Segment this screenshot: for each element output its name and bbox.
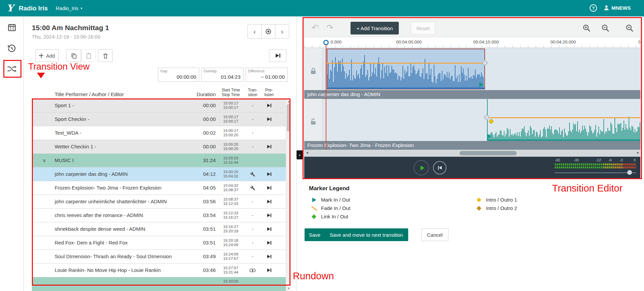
prelisten-icon[interactable] [266, 144, 272, 149]
prelisten-icon[interactable] [266, 226, 272, 232]
project-selector[interactable]: Radio_Iris ▾ [56, 5, 83, 11]
crossfade-rings-icon[interactable] [249, 268, 256, 273]
sidebar-item-calendar[interactable] [7, 22, 17, 32]
table-row[interactable]: chris reeves after the romance - ADMIN 0… [32, 209, 286, 222]
table-row[interactable]: john carpenter das ding - ADMIN 04:12 15… [32, 167, 286, 181]
add-button[interactable]: Add [35, 49, 59, 62]
row-prelisten[interactable] [260, 99, 278, 112]
table-row[interactable]: Red Fox- Dem a Fight - Red Fox 03:51 15:… [32, 236, 286, 250]
lock-open-icon[interactable] [309, 118, 317, 126]
prev-hour-button[interactable]: ‹ [248, 24, 262, 39]
group-chevron-icon[interactable]: ∨ [43, 158, 46, 163]
row-transition[interactable]: - [245, 236, 260, 249]
row-transition[interactable]: - [245, 126, 260, 140]
timeline-ruler[interactable]: 0.00000:04:00.00000:04:10.00000:04:20.00… [304, 37, 641, 48]
table-row[interactable]: Soul DImension- Thrash an Ready - Soul D… [32, 250, 286, 264]
row-prelisten[interactable] [260, 113, 278, 126]
goto-current-button[interactable] [261, 24, 275, 39]
table-row[interactable]: Frozen Explosion- Two JIma - Frozen Expl… [32, 181, 286, 195]
next-hour-button[interactable]: › [275, 24, 289, 39]
prelisten-icon[interactable] [266, 213, 272, 218]
scroll-right-icon[interactable]: ▸ [637, 150, 639, 155]
zoom-selection-icon[interactable] [625, 24, 634, 32]
row-transition[interactable]: - [245, 99, 260, 112]
row-prelisten[interactable] [260, 209, 278, 222]
volume-slider-thumb[interactable] [627, 170, 632, 175]
row-prelisten[interactable] [260, 236, 278, 249]
sidebar-item-transition-view[interactable] [7, 64, 17, 74]
save-next-transition-button[interactable]: Save and move to next transition [324, 228, 408, 241]
row-transition[interactable]: - [245, 222, 260, 236]
scroll-down-icon[interactable]: ▼ [286, 287, 291, 290]
user-menu[interactable]: MNEWS [603, 4, 631, 11]
scrollbar-thumb[interactable] [287, 104, 290, 132]
row-prelisten[interactable] [260, 181, 278, 195]
row-transition[interactable]: - [245, 250, 260, 263]
table-row[interactable]: john carpenter unheimliche shattenlichte… [32, 195, 286, 209]
reset-button[interactable]: Reset [411, 22, 435, 34]
panel-expander[interactable]: › [297, 150, 303, 159]
volume-slider[interactable] [555, 172, 636, 173]
delete-button[interactable] [98, 49, 113, 62]
table-row[interactable]: ∨ MUSIC I 31:24 15:00:20 15:31:44 [32, 154, 286, 167]
table-row[interactable]: Wetter Checkin 1 - 00:00 15:00:20 15:00:… [32, 140, 286, 154]
prelisten-icon[interactable] [266, 117, 272, 122]
lock-icon[interactable] [309, 67, 317, 75]
copy-button[interactable] [66, 49, 81, 62]
scroll-left-icon[interactable]: ◂ [306, 150, 308, 155]
row-prelisten[interactable] [260, 140, 278, 153]
row-transition[interactable] [245, 181, 260, 195]
row-prelisten[interactable] [260, 195, 278, 208]
row-transition[interactable]: - [245, 140, 260, 153]
prelisten-icon[interactable] [266, 268, 272, 273]
row-prelisten[interactable] [260, 250, 278, 263]
help-button[interactable]: ? [590, 4, 597, 12]
playhead-handle[interactable] [323, 40, 329, 45]
table-row[interactable]: Text_WDA - 00:02 15:00:17 15:00:20 - [32, 126, 286, 140]
play-button[interactable] [414, 160, 429, 175]
row-prelisten[interactable] [260, 264, 278, 277]
row-transition[interactable]: - [245, 209, 260, 222]
envelope-line-2[interactable] [487, 117, 641, 118]
row-transition[interactable] [245, 154, 260, 167]
wrench-icon[interactable] [250, 172, 255, 177]
mark-in-marker[interactable] [487, 134, 491, 139]
prelisten-icon[interactable] [266, 240, 272, 245]
undo-icon[interactable]: ↶ [312, 22, 319, 32]
paste-button[interactable] [81, 49, 96, 62]
prelisten-icon[interactable] [266, 254, 272, 259]
prelisten-icon[interactable] [266, 185, 272, 191]
next-group-row[interactable]: 15:30:00 [32, 277, 286, 291]
mark-out-marker[interactable] [479, 82, 484, 87]
zoom-in-icon[interactable] [582, 24, 591, 32]
row-transition[interactable] [245, 167, 260, 181]
prelisten-toolbar-button[interactable] [269, 49, 286, 62]
row-prelisten[interactable] [260, 222, 278, 236]
prelisten-icon[interactable] [266, 171, 272, 177]
table-row[interactable]: Sport Checkin - 00:00 15:00:17 15:00:17 … [32, 113, 286, 126]
row-prelisten[interactable] [260, 154, 278, 167]
timeline-scrollbar[interactable]: ◂ ▸ [304, 150, 641, 157]
skip-to-start-button[interactable] [433, 161, 446, 174]
table-row[interactable]: Sport 1 - 00:00 15:00:17 15:00:17 - [32, 99, 286, 113]
scrollbar-thumb[interactable] [460, 151, 517, 155]
table-row[interactable]: Louie Rankin- No Move Hip Hop - Louie Ra… [32, 264, 286, 277]
rundown-scrollbar[interactable]: ▲ ▼ [286, 99, 291, 291]
wrench-icon[interactable] [250, 186, 255, 191]
sidebar-item-history[interactable] [7, 43, 17, 53]
prelisten-icon[interactable] [266, 199, 272, 204]
row-prelisten[interactable] [260, 126, 278, 140]
cancel-button[interactable]: Cancel [421, 228, 448, 241]
row-prelisten[interactable] [260, 167, 278, 181]
redo-icon[interactable]: ↷ [326, 22, 333, 32]
save-button[interactable]: Save [305, 228, 325, 241]
table-row[interactable]: shriekback despite dense weed - ADMIN 03… [32, 222, 286, 236]
add-transition-button[interactable]: + Add Transition [351, 22, 399, 34]
row-transition[interactable]: - [245, 113, 260, 126]
scroll-up-icon[interactable]: ▲ [286, 100, 291, 103]
row-transition[interactable] [245, 264, 260, 277]
zoom-out-icon[interactable] [601, 24, 610, 32]
row-transition[interactable]: - [245, 195, 260, 208]
prelisten-icon[interactable] [266, 103, 272, 108]
envelope-line-1[interactable] [327, 63, 485, 64]
